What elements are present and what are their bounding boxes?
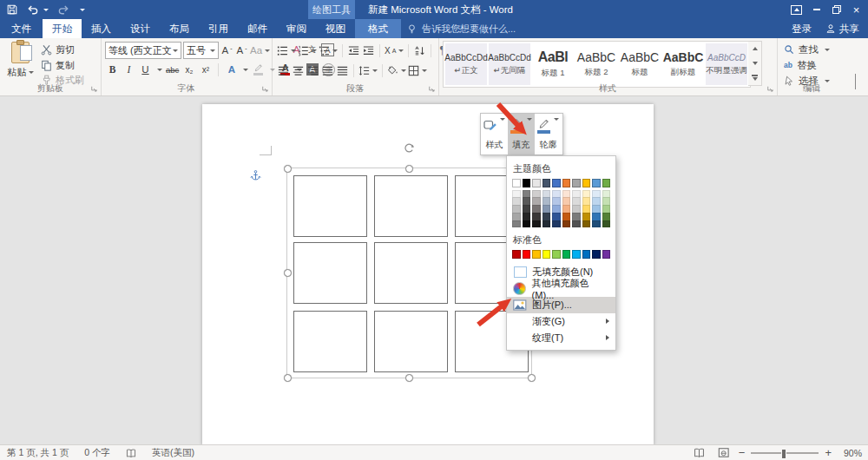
theme-variant-swatch[interactable] (532, 220, 541, 228)
styles-dialog-launcher[interactable] (766, 85, 774, 93)
find-button[interactable]: 查找 (784, 42, 830, 57)
text-effects-button[interactable]: A (225, 62, 238, 77)
grid-rectangle[interactable] (293, 242, 367, 304)
theme-variant-swatch[interactable] (532, 205, 541, 213)
close-icon[interactable]: × (846, 0, 866, 19)
line-spacing-button[interactable] (358, 62, 378, 78)
theme-variant-swatch[interactable] (542, 205, 551, 213)
strikethrough-button[interactable]: abc (166, 62, 179, 77)
theme-variant-swatch[interactable] (542, 190, 551, 198)
theme-variant-swatch[interactable] (582, 213, 591, 220)
fill-menu-item-4[interactable]: 纹理(T) (507, 330, 615, 346)
theme-variant-swatch[interactable] (512, 213, 521, 220)
grow-font-button[interactable]: Aˆ (220, 43, 233, 58)
restore-icon[interactable] (826, 0, 846, 19)
distribute-button[interactable] (336, 62, 349, 78)
gallery-scroll-up-icon[interactable] (748, 42, 761, 56)
font-name-combo[interactable]: 等线 (西文正文 (105, 42, 181, 59)
standard-color-swatch[interactable] (512, 250, 521, 259)
style-item-subtle[interactable]: AaBbCcD不明显强调 (706, 43, 747, 85)
theme-color-swatch[interactable] (572, 179, 581, 187)
theme-variant-swatch[interactable] (572, 213, 581, 220)
asian-layout-button[interactable]: XA (385, 43, 404, 58)
tab-1[interactable]: 插入 (82, 19, 121, 38)
grid-rectangle[interactable] (293, 311, 367, 372)
theme-variant-swatch[interactable] (592, 205, 601, 213)
italic-button[interactable]: I (122, 62, 135, 77)
tab-0[interactable]: 开始 (43, 19, 82, 38)
theme-variant-swatch[interactable] (602, 213, 611, 220)
style-item-title[interactable]: AaBbC标题 (619, 43, 661, 85)
web-layout-icon[interactable] (714, 447, 733, 459)
theme-variant-swatch[interactable] (532, 190, 541, 198)
grid-rectangle[interactable] (374, 175, 448, 237)
theme-color-swatch[interactable] (582, 179, 591, 187)
selection-handle[interactable] (405, 165, 413, 173)
theme-variant-swatch[interactable] (552, 190, 561, 198)
save-icon[interactable] (6, 3, 18, 16)
theme-variant-swatch[interactable] (592, 197, 601, 205)
style-item-sub[interactable]: AaBbC副标题 (662, 43, 704, 85)
language-indicator[interactable]: 英语(美国) (152, 447, 194, 459)
selection-handle[interactable] (284, 269, 292, 277)
underline-button[interactable]: U (139, 62, 152, 77)
standard-color-swatch[interactable] (572, 250, 581, 259)
zoom-slider[interactable] (751, 452, 819, 454)
rotate-handle-icon[interactable] (403, 142, 415, 154)
theme-variant-swatch[interactable] (582, 220, 591, 228)
theme-color-swatch[interactable] (592, 179, 601, 187)
selection-handle[interactable] (528, 374, 536, 382)
theme-variant-swatch[interactable] (523, 205, 531, 213)
theme-variant-swatch[interactable] (602, 197, 611, 205)
multilevel-list-button[interactable] (319, 43, 338, 58)
theme-variant-swatch[interactable] (572, 190, 581, 198)
font-size-combo[interactable]: 五号 (183, 42, 219, 59)
theme-variant-swatch[interactable] (542, 220, 551, 228)
theme-variant-swatch[interactable] (572, 220, 581, 228)
theme-color-swatch[interactable] (542, 179, 551, 187)
theme-variant-swatch[interactable] (542, 197, 551, 205)
selection-handle[interactable] (405, 374, 413, 382)
bold-button[interactable]: B (106, 62, 119, 77)
replace-button[interactable]: ab替换 (784, 57, 830, 73)
shape-fill-button[interactable]: 填充 (508, 114, 535, 154)
minimize-icon[interactable] (806, 0, 826, 19)
borders-button[interactable] (408, 62, 427, 78)
theme-variant-swatch[interactable] (512, 220, 521, 228)
change-case-button[interactable]: Aa (250, 43, 270, 58)
undo-icon[interactable] (27, 3, 49, 16)
grid-rectangle[interactable] (374, 242, 448, 304)
superscript-button[interactable]: x² (199, 62, 212, 77)
tab-6[interactable]: 审阅 (277, 19, 316, 38)
shrink-font-button[interactable]: Aˇ (235, 43, 248, 58)
align-center-button[interactable] (292, 62, 305, 78)
zoom-slider-thumb[interactable] (781, 449, 786, 459)
style-item-body[interactable]: AaBbCcDd↵正文 (445, 43, 487, 85)
selection-handle[interactable] (284, 374, 292, 382)
theme-variant-swatch[interactable] (532, 213, 541, 220)
grid-rectangle[interactable] (293, 175, 367, 237)
decrease-indent-button[interactable] (347, 43, 360, 58)
copy-button[interactable]: 复制 (39, 58, 84, 74)
tab-7[interactable]: 视图 (316, 19, 355, 38)
theme-variant-swatch[interactable] (562, 190, 571, 198)
theme-color-swatch[interactable] (552, 179, 561, 187)
standard-color-swatch[interactable] (602, 250, 611, 259)
clipboard-dialog-launcher[interactable] (90, 85, 98, 93)
font-dialog-launcher[interactable] (261, 85, 269, 93)
theme-color-swatch[interactable] (512, 179, 521, 187)
theme-variant-swatch[interactable] (592, 220, 601, 228)
theme-variant-swatch[interactable] (562, 197, 571, 205)
theme-variant-swatch[interactable] (592, 190, 601, 198)
theme-variant-swatch[interactable] (552, 213, 561, 220)
theme-variant-swatch[interactable] (582, 205, 591, 213)
sort-button[interactable] (413, 43, 426, 58)
justify-button[interactable] (321, 62, 334, 78)
read-mode-icon[interactable] (690, 447, 708, 459)
redo-icon[interactable] (57, 3, 69, 16)
standard-color-swatch[interactable] (523, 250, 531, 259)
theme-variant-swatch[interactable] (552, 197, 561, 205)
align-left-button[interactable] (277, 62, 290, 78)
standard-color-swatch[interactable] (542, 250, 551, 259)
gallery-scroll-down-icon[interactable] (748, 56, 761, 71)
